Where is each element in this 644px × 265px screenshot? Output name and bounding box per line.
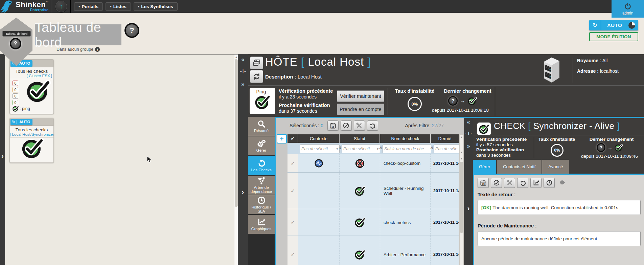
- tab-avanc[interactable]: Avancé: [542, 160, 569, 174]
- sidebar-tab-historique-sla[interactable]: Historique / SLA: [248, 195, 275, 214]
- expand-left-panel-icon[interactable]: ›: [0, 152, 5, 160]
- widget-title: Tous les checks: [10, 69, 53, 74]
- col-nom-de-check[interactable]: Nom de check: [380, 134, 430, 143]
- sidebar-tab-r-sum[interactable]: Résumé: [248, 117, 275, 136]
- scrollbar-thumb[interactable]: [235, 59, 238, 207]
- row-check-name: check-metrics: [380, 209, 431, 236]
- table-scrollbar[interactable]: ▲ ▼ ▲: [459, 134, 464, 265]
- status-ok-icon: [355, 217, 365, 227]
- widget-auto-button[interactable]: ↻ AUTO: [10, 119, 32, 125]
- acknowledge-button[interactable]: Prendre en compte: [337, 104, 384, 115]
- calendar-button[interactable]: 15: [327, 120, 339, 131]
- scroll-up-icon[interactable]: ▲: [460, 136, 463, 139]
- col-derniere[interactable]: Derniè: [431, 134, 459, 143]
- name-filter-input[interactable]: Saisir un nom de che: [383, 145, 431, 153]
- undo-button[interactable]: [367, 120, 378, 131]
- widget-scope-link[interactable]: [ Cluster ESX ]: [10, 74, 53, 79]
- table-row[interactable]: ✓ check-loop-custom2017-10-11 14: [288, 154, 459, 173]
- check-now-button[interactable]: Vérifier maintenant: [337, 90, 384, 102]
- row-status: [340, 209, 380, 236]
- left-collapsed-panel[interactable]: ›: [0, 54, 5, 265]
- collapse-left-icon[interactable]: «: [238, 56, 248, 63]
- date-filter-select[interactable]: Pas de séle: [434, 145, 462, 153]
- table-row[interactable]: ✓ Arbiter - Performance2017-10-11 14: [288, 236, 459, 265]
- sidebar-tab-label: Gérer: [256, 148, 266, 152]
- sidebar-tab-arbre-de-d-pendance[interactable]: Arbre de dépendance: [248, 176, 275, 195]
- ping-status-card[interactable]: Ping :: [250, 88, 275, 114]
- check-circle-button[interactable]: [491, 178, 502, 188]
- checks-toolbar-buttons: 15: [327, 120, 380, 131]
- select-all-header[interactable]: ✔: [288, 134, 298, 143]
- shinken-logo[interactable]: Shinken™ Enterprise: [0, 0, 48, 13]
- info-icon[interactable]: i: [95, 47, 100, 52]
- edit-mode-button[interactable]: MODE ÉDITION: [589, 32, 638, 41]
- widget-checks-synchronizer[interactable]: ↻ AUTO Tous les checks [ Local Host/Sync…: [9, 118, 54, 163]
- chart-button[interactable]: [530, 178, 542, 188]
- refresh-icon[interactable]: ↻: [589, 20, 601, 30]
- check-circle-button[interactable]: [341, 120, 352, 131]
- widget-checks-cluster-esx[interactable]: ↻ AUTO Tous les checks [ Cluster ESX ] 0…: [9, 59, 54, 114]
- scroll-up-icon[interactable]: ▲: [460, 157, 463, 160]
- selected-count: 0: [321, 123, 323, 128]
- counter-badge: 0: [13, 100, 18, 105]
- bracket: [: [528, 121, 531, 131]
- sidebar-tab-graphiques[interactable]: Graphiques: [248, 215, 275, 234]
- resize-handle-icon[interactable]: ←|→: [238, 69, 248, 73]
- context-filter-select[interactable]: Pas de sélecti▾: [300, 145, 340, 153]
- tab-contacts-et-notif[interactable]: Contacts et Notif: [497, 160, 542, 174]
- menu-portails[interactable]: ▾ Portails: [74, 2, 103, 11]
- collapse-left-icon[interactable]: «: [464, 119, 473, 126]
- output-label: Texte de retour :: [478, 192, 516, 197]
- add-check-button[interactable]: +: [277, 134, 287, 143]
- resize-handle-icon[interactable]: ←|→: [464, 131, 473, 135]
- status-ok-icon: [355, 186, 365, 196]
- col-contexte[interactable]: Contexte: [298, 134, 339, 143]
- tools-button[interactable]: [504, 178, 515, 188]
- calendar-button[interactable]: 15: [478, 178, 489, 188]
- tab-g-rer[interactable]: Gérer: [473, 160, 496, 174]
- scroll-down-icon[interactable]: ▼: [460, 151, 463, 154]
- scrollbar-thumb[interactable]: [460, 162, 463, 233]
- window-button[interactable]: [250, 57, 263, 69]
- row-select[interactable]: ✓: [288, 154, 298, 172]
- expand-panel-icon[interactable]: ›: [238, 188, 248, 196]
- auto-refresh-button[interactable]: ↻ AUTO: [589, 20, 638, 30]
- pin-button[interactable]: [557, 178, 567, 187]
- help-icon[interactable]: ?: [10, 38, 21, 49]
- last-change-since: depuis 2017-10-11 10:09:46: [581, 154, 638, 159]
- status-critical-icon: [355, 158, 365, 169]
- col-statut[interactable]: Statut: [340, 134, 380, 143]
- status-filter-select[interactable]: Pas de sélecti▾: [342, 145, 380, 153]
- flapping-value: 0%: [408, 97, 422, 111]
- sidebar-tab-les-checks[interactable]: Les Checks: [248, 156, 275, 175]
- tools-button[interactable]: [354, 120, 365, 131]
- row-select[interactable]: ✓: [288, 209, 298, 236]
- menu-les-syntheses[interactable]: ▾ Les Synthèses: [134, 2, 178, 11]
- undo-button[interactable]: [517, 178, 528, 188]
- widget-scope-link[interactable]: [ Local Host/Synchronizer... ]: [10, 132, 53, 138]
- expand-panel-icon[interactable]: ›: [464, 204, 473, 212]
- row-select[interactable]: ✓: [288, 236, 298, 265]
- host-panel-splitter[interactable]: « ←|→ » ›: [238, 54, 248, 265]
- maintenance-label: Période de Maintenance :: [478, 223, 537, 228]
- row-select[interactable]: ✓: [288, 173, 298, 209]
- table-row[interactable]: ✓ check-metrics2017-10-11 14: [288, 209, 459, 236]
- scroll-top-button[interactable]: ↑: [55, 1, 67, 12]
- refresh-host-button[interactable]: [250, 70, 263, 83]
- row-context: [298, 236, 340, 265]
- page-help-icon[interactable]: ?: [124, 23, 139, 38]
- sidebar-tab-g-rer[interactable]: Gérer: [248, 136, 275, 155]
- host-name: Local Host: [308, 56, 364, 68]
- counter-badge: 0: [13, 87, 18, 92]
- check-panel-splitter[interactable]: « ←|→ » ›: [464, 118, 473, 265]
- user-name: admin: [622, 11, 634, 16]
- table-row[interactable]: ✓ Scheduler - Running Well2017-10-11 14: [288, 173, 459, 209]
- user-menu[interactable]: admin: [612, 0, 644, 18]
- clock-button[interactable]: [544, 178, 555, 188]
- menu-listes[interactable]: ▾ Listes: [106, 2, 131, 11]
- search-icon: [257, 120, 266, 128]
- caret-down-icon: ▾: [78, 5, 80, 8]
- collapse-right-icon[interactable]: »: [238, 81, 248, 88]
- host-panel: HÔTE [ Local Host ] Description : Local …: [248, 54, 644, 117]
- collapse-right-icon[interactable]: »: [464, 143, 473, 150]
